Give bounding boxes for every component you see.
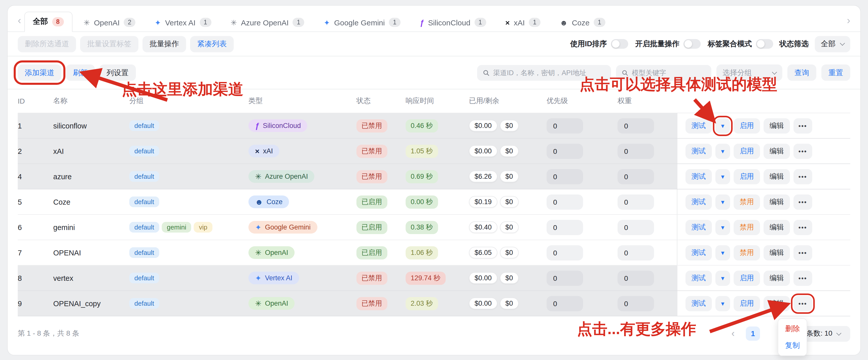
toggle-标签聚合模式: 标签聚合模式	[708, 39, 773, 49]
tab-SiliconCloud[interactable]: ƒSiliconCloud1	[412, 13, 494, 32]
weight-input[interactable]: 0	[618, 169, 654, 184]
query-button[interactable]: 查询	[787, 64, 816, 81]
tab-Azure OpenAI[interactable]: ✳Azure OpenAI1	[222, 13, 313, 32]
priority-input[interactable]: 0	[547, 118, 583, 133]
enable-button[interactable]: 启用	[734, 118, 760, 133]
edit-button[interactable]: 编辑	[764, 245, 790, 260]
test-model-dropdown-button[interactable]: ▼	[715, 143, 730, 159]
more-actions-button[interactable]: •••	[794, 245, 812, 260]
enable-button[interactable]: 启用	[734, 169, 760, 184]
column-settings-button[interactable]: 列设置	[99, 64, 135, 81]
test-button[interactable]: 测试	[685, 118, 712, 133]
priority-input[interactable]: 0	[547, 143, 583, 159]
openai-icon: ✳	[230, 19, 237, 26]
disable-button[interactable]: 禁用	[734, 220, 760, 235]
priority-input[interactable]: 0	[547, 194, 583, 210]
more-actions-button[interactable]: •••	[794, 143, 812, 159]
reset-button[interactable]: 重置	[822, 64, 850, 81]
cell-groups: default	[129, 164, 248, 189]
toggle-switch[interactable]	[611, 39, 628, 49]
weight-input[interactable]: 0	[618, 296, 654, 311]
test-button[interactable]: 测试	[685, 245, 712, 260]
priority-input[interactable]: 0	[547, 245, 583, 260]
channel-type-tabbar: ‹ 全部8✳OpenAI2✦Vertex AI1✳Azure OpenAI1✦G…	[8, 6, 860, 32]
test-button[interactable]: 测试	[685, 143, 712, 159]
tab-Google Gemini[interactable]: ✦Google Gemini1	[316, 13, 409, 32]
toggle-switch[interactable]	[756, 39, 773, 49]
weight-input[interactable]: 0	[618, 194, 654, 210]
openai-icon: ✳	[84, 19, 90, 26]
compact-list-button[interactable]: 紧凑列表	[190, 36, 234, 52]
priority-input[interactable]: 0	[547, 169, 583, 184]
tab-Coze[interactable]: ☻Coze1	[552, 13, 614, 32]
more-actions-button[interactable]: •••	[794, 296, 812, 311]
test-button[interactable]: 测试	[685, 169, 712, 184]
edit-button[interactable]: 编辑	[764, 169, 790, 184]
more-actions-button[interactable]: •••	[794, 169, 812, 184]
more-actions-button[interactable]: •••	[794, 194, 812, 210]
weight-input[interactable]: 0	[618, 245, 654, 260]
toggle-label: 标签聚合模式	[708, 39, 752, 49]
table-row: 7OPENAIdefault✳OpenAI已启用1.06 秒$6.05$000测…	[18, 240, 850, 266]
edit-button[interactable]: 编辑	[764, 220, 790, 235]
priority-input[interactable]: 0	[547, 270, 583, 286]
more-actions-button[interactable]: •••	[794, 220, 812, 235]
menu-item-复制[interactable]: 复制	[778, 341, 807, 350]
enable-button[interactable]: 启用	[734, 296, 760, 311]
weight-input[interactable]: 0	[618, 220, 654, 235]
test-model-dropdown-button[interactable]: ▼	[715, 296, 730, 311]
test-button[interactable]: 测试	[685, 220, 712, 235]
toggle-label: 开启批量操作	[635, 39, 679, 49]
previous-page-icon[interactable]: ‹	[727, 328, 739, 339]
edit-button[interactable]: 编辑	[764, 118, 790, 133]
edit-button[interactable]: 编辑	[764, 194, 790, 210]
delete-selected-button[interactable]: 删除所选通道	[18, 36, 76, 52]
tab-全部[interactable]: 全部8	[24, 12, 72, 32]
toggle-knob	[757, 40, 765, 48]
tab-label: Coze	[572, 18, 590, 27]
tabs-scroll-right-icon[interactable]: ›	[844, 9, 853, 31]
batch-set-tags-button[interactable]: 批量设置标签	[80, 36, 138, 52]
test-model-dropdown-button[interactable]: ▼	[715, 270, 730, 286]
siliconcloud-icon: ƒ	[255, 122, 259, 130]
priority-input[interactable]: 0	[547, 220, 583, 235]
disable-button[interactable]: 禁用	[734, 194, 760, 210]
test-model-dropdown-button[interactable]: ▼	[715, 220, 730, 235]
tab-xAI[interactable]: ×xAI1	[497, 13, 549, 32]
priority-input[interactable]: 0	[547, 296, 583, 311]
enable-button[interactable]: 启用	[734, 270, 760, 286]
tab-Vertex AI[interactable]: ✦Vertex AI1	[147, 13, 219, 32]
cell-status: 已禁用	[356, 164, 406, 189]
refresh-button[interactable]: 刷新	[66, 64, 95, 81]
tab-OpenAI[interactable]: ✳OpenAI2	[75, 13, 144, 32]
edit-button[interactable]: 编辑	[764, 270, 790, 286]
test-button[interactable]: 测试	[685, 194, 712, 210]
more-actions-button[interactable]: •••	[794, 270, 812, 286]
disable-button[interactable]: 禁用	[734, 245, 760, 260]
status-filter-select[interactable]: 全部	[815, 36, 850, 52]
tab-count-badge: 1	[594, 18, 606, 27]
test-button[interactable]: 测试	[685, 296, 712, 311]
page-number-button[interactable]: 1	[746, 327, 760, 341]
test-model-dropdown-button[interactable]: ▼	[715, 118, 730, 133]
toggle-knob	[684, 40, 692, 48]
test-model-dropdown-button[interactable]: ▼	[715, 194, 730, 210]
menu-item-删除[interactable]: 删除	[778, 324, 807, 334]
enable-button[interactable]: 启用	[734, 143, 760, 159]
add-channel-button[interactable]: 添加渠道	[18, 64, 61, 81]
weight-input[interactable]: 0	[618, 143, 654, 159]
edit-button[interactable]: 编辑	[764, 143, 790, 159]
toggle-switch[interactable]	[683, 39, 701, 49]
edit-button[interactable]: 编辑	[764, 296, 790, 311]
tabs-scroll-left-icon[interactable]: ‹	[15, 9, 24, 31]
cell-response-time: 0.69 秒	[406, 164, 469, 189]
test-model-dropdown-button[interactable]: ▼	[715, 169, 730, 184]
test-button[interactable]: 测试	[685, 270, 712, 286]
batch-operations-button[interactable]: 批量操作	[143, 36, 186, 52]
more-actions-button[interactable]: •••	[794, 118, 812, 133]
test-model-dropdown-button[interactable]: ▼	[715, 245, 730, 260]
weight-input[interactable]: 0	[618, 118, 654, 133]
tab-count-badge: 1	[529, 18, 540, 27]
cell-response-time: 1.06 秒	[406, 240, 469, 265]
weight-input[interactable]: 0	[618, 270, 654, 286]
